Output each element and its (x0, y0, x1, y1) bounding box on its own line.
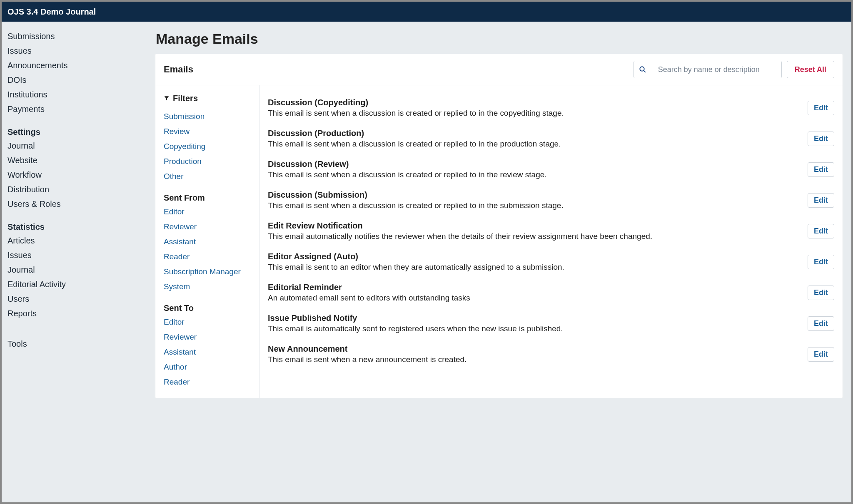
email-description: An automated email sent to editors with … (268, 293, 808, 303)
panel-heading: Emails (164, 64, 193, 75)
sidebar-item[interactable]: Articles (7, 233, 146, 248)
email-item: Issue Published NotifyThis email is auto… (268, 308, 834, 339)
email-description: This email is sent when a new announceme… (268, 355, 808, 364)
email-description: This email is automatically sent to regi… (268, 324, 808, 333)
filter-link[interactable]: Subscription Manager (164, 264, 251, 279)
email-title: Discussion (Production) (268, 129, 808, 138)
email-description: This email is sent when a discussion is … (268, 201, 808, 210)
email-item: Edit Review NotificationThis email autom… (268, 216, 834, 247)
sidebar-item[interactable]: Issues (7, 248, 146, 263)
sidebar-item[interactable]: Distribution (7, 182, 146, 197)
filter-link[interactable]: Reader (164, 249, 251, 264)
edit-button[interactable]: Edit (808, 286, 834, 300)
edit-button[interactable]: Edit (808, 162, 834, 177)
sidebar-item[interactable]: Journal (7, 139, 146, 153)
email-description: This email is sent when a discussion is … (268, 109, 808, 118)
edit-button[interactable]: Edit (808, 316, 834, 331)
search-input[interactable] (652, 61, 781, 78)
edit-button[interactable]: Edit (808, 224, 834, 238)
svg-point-0 (640, 67, 644, 71)
sidebar-item[interactable]: Issues (7, 44, 146, 58)
sidebar-item[interactable]: Reports (7, 306, 146, 321)
email-item: Editorial ReminderAn automated email sen… (268, 278, 834, 308)
email-description: This email is sent when a discussion is … (268, 170, 808, 179)
email-title: Editorial Reminder (268, 283, 808, 292)
sidebar-heading-statistics: Statistics (7, 222, 146, 232)
sidebar-item[interactable]: Website (7, 153, 146, 168)
sidebar-item-tools[interactable]: Tools (7, 339, 146, 349)
filter-link[interactable]: Author (164, 360, 251, 375)
filter-link[interactable]: Editor (164, 204, 251, 219)
filter-icon (164, 94, 170, 103)
email-title: Discussion (Review) (268, 159, 808, 169)
search-icon[interactable] (634, 61, 652, 78)
edit-button[interactable]: Edit (808, 255, 834, 269)
filter-group-title: Sent To (164, 303, 251, 313)
email-item: Discussion (Copyediting)This email is se… (268, 93, 834, 124)
filter-link[interactable]: Reviewer (164, 219, 251, 234)
filter-link[interactable]: Reviewer (164, 330, 251, 345)
layout: SubmissionsIssuesAnnouncementsDOIsInstit… (2, 22, 851, 502)
email-title: Discussion (Copyediting) (268, 98, 808, 107)
topbar: OJS 3.4 Demo Journal (2, 2, 851, 22)
email-title: Edit Review Notification (268, 221, 808, 231)
sidebar-item[interactable]: Payments (7, 102, 146, 117)
sidebar-item[interactable]: Workflow (7, 168, 146, 182)
filter-link[interactable]: Editor (164, 315, 251, 330)
edit-button[interactable]: Edit (808, 101, 834, 115)
panel-body: Filters SubmissionReviewCopyeditingProdu… (155, 85, 843, 398)
main: Manage Emails Emails Reset All (152, 22, 851, 502)
sidebar: SubmissionsIssuesAnnouncementsDOIsInstit… (2, 22, 152, 502)
sidebar-item[interactable]: Announcements (7, 58, 146, 73)
filter-link[interactable]: Assistant (164, 234, 251, 249)
email-title: Discussion (Submission) (268, 190, 808, 200)
email-description: This email is sent to an editor when the… (268, 263, 808, 272)
reset-all-button[interactable]: Reset All (787, 61, 834, 78)
filter-link[interactable]: Reader (164, 375, 251, 390)
email-item: Editor Assigned (Auto)This email is sent… (268, 247, 834, 278)
filter-link[interactable]: Copyediting (164, 139, 251, 154)
app-title: OJS 3.4 Demo Journal (7, 7, 96, 17)
filter-link[interactable]: Review (164, 124, 251, 139)
email-title: New Announcement (268, 344, 808, 354)
sidebar-item[interactable]: Submissions (7, 29, 146, 44)
edit-button[interactable]: Edit (808, 132, 834, 146)
emails-panel: Emails Reset All (155, 54, 843, 398)
sidebar-item[interactable]: Users & Roles (7, 197, 146, 211)
sidebar-item[interactable]: Users (7, 292, 146, 306)
sidebar-item[interactable]: DOIs (7, 73, 146, 87)
email-description: This email is sent when a discussion is … (268, 139, 808, 149)
filter-link[interactable]: Other (164, 169, 251, 184)
email-item: Discussion (Submission)This email is sen… (268, 185, 834, 216)
filters-heading: Filters (164, 94, 251, 103)
email-title: Issue Published Notify (268, 313, 808, 323)
sidebar-item[interactable]: Editorial Activity (7, 277, 146, 292)
sidebar-item[interactable]: Institutions (7, 87, 146, 102)
email-item: Discussion (Production)This email is sen… (268, 124, 834, 154)
filter-link[interactable]: Submission (164, 109, 251, 124)
search-wrap (634, 61, 782, 78)
email-item: New AnnouncementThis email is sent when … (268, 339, 834, 370)
email-title: Editor Assigned (Auto) (268, 252, 808, 261)
email-item: Discussion (Review)This email is sent wh… (268, 154, 834, 185)
svg-line-1 (643, 70, 646, 72)
filter-group-title: Sent From (164, 193, 251, 203)
panel-header: Emails Reset All (155, 54, 843, 85)
edit-button[interactable]: Edit (808, 193, 834, 208)
filters-column: Filters SubmissionReviewCopyeditingProdu… (155, 85, 259, 398)
edit-button[interactable]: Edit (808, 347, 834, 362)
sidebar-item[interactable]: Journal (7, 263, 146, 277)
filter-link[interactable]: System (164, 279, 251, 294)
email-description: This email automatically notifies the re… (268, 232, 808, 241)
page-title: Manage Emails (156, 31, 843, 47)
sidebar-heading-settings: Settings (7, 127, 146, 137)
filter-link[interactable]: Production (164, 154, 251, 169)
filter-link[interactable]: Assistant (164, 345, 251, 360)
emails-list: Discussion (Copyediting)This email is se… (259, 85, 843, 398)
